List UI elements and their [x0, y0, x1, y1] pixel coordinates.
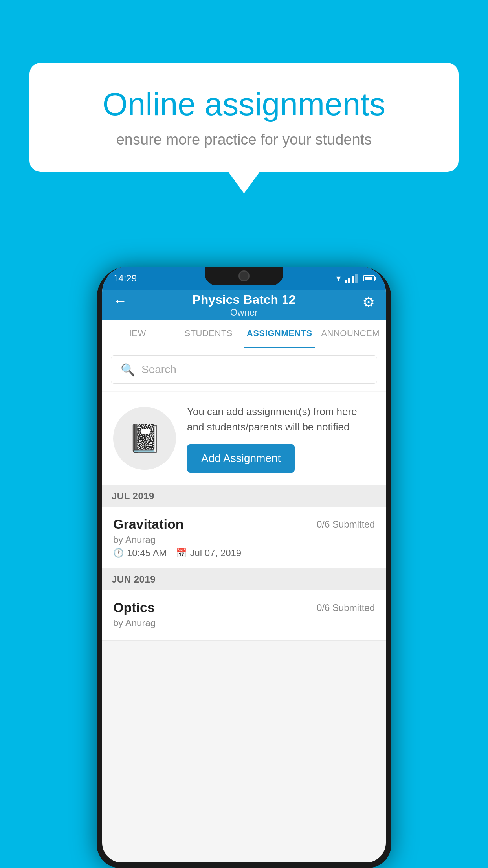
clock-icon: 🕐	[113, 548, 124, 558]
signal-bar-3	[352, 276, 354, 283]
bubble-tail	[228, 172, 260, 193]
signal-bars	[345, 274, 358, 283]
phone-notch	[205, 267, 283, 285]
promo-text-block: You can add assignment(s) from here and …	[187, 404, 375, 473]
assignment-item-optics[interactable]: Optics 0/6 Submitted by Anurag	[102, 590, 386, 641]
tab-announcements[interactable]: ANNOUNCEM	[315, 320, 386, 348]
bubble-subtitle: ensure more practice for your students	[61, 131, 427, 148]
assignment-by: by Anurag	[113, 534, 375, 545]
wifi-icon: ▾	[336, 273, 341, 283]
section-header-jul: JUL 2019	[102, 485, 386, 507]
assignment-meta: 🕐 10:45 AM 📅 Jul 07, 2019	[113, 548, 375, 559]
assignment-item-gravitation[interactable]: Gravitation 0/6 Submitted by Anurag 🕐 10…	[102, 507, 386, 568]
section-header-jun: JUN 2019	[102, 568, 386, 590]
phone-frame: 14:29 ▾ ← Physics Batch	[97, 267, 391, 868]
header-title-block: Physics Batch 12 Owner	[192, 292, 295, 318]
bubble-title: Online assignments	[61, 86, 427, 122]
front-camera	[238, 270, 250, 281]
assignment-time: 🕐 10:45 AM	[113, 548, 167, 559]
assignment-name: Gravitation	[113, 517, 183, 532]
promo-icon-circle: 📓	[113, 407, 176, 470]
assignment-submitted: 0/6 Submitted	[317, 519, 375, 530]
assignment-submitted-optics: 0/6 Submitted	[317, 602, 375, 613]
back-button[interactable]: ←	[113, 292, 127, 309]
search-bar-container: 🔍 Search	[102, 348, 386, 391]
tab-iew[interactable]: IEW	[102, 320, 173, 348]
search-bar[interactable]: 🔍 Search	[111, 355, 377, 384]
header-title: Physics Batch 12	[192, 292, 295, 307]
promo-block: 📓 You can add assignment(s) from here an…	[102, 392, 386, 485]
speech-bubble-container: Online assignments ensure more practice …	[29, 63, 459, 193]
signal-bar-1	[345, 280, 347, 283]
assignment-row1-optics: Optics 0/6 Submitted	[113, 600, 375, 615]
status-time: 14:29	[113, 273, 137, 284]
assignment-by-optics: by Anurag	[113, 618, 375, 629]
battery-fill	[365, 277, 372, 280]
tabs-bar: IEW STUDENTS ASSIGNMENTS ANNOUNCEM	[102, 320, 386, 348]
status-icons: ▾	[336, 273, 375, 283]
search-placeholder: Search	[141, 363, 176, 376]
speech-bubble: Online assignments ensure more practice …	[29, 63, 459, 172]
tab-students[interactable]: STUDENTS	[173, 320, 244, 348]
signal-bar-4	[355, 274, 358, 283]
phone-screen: 14:29 ▾ ← Physics Batch	[102, 267, 386, 862]
tab-assignments[interactable]: ASSIGNMENTS	[244, 320, 315, 348]
battery-icon	[363, 275, 375, 281]
calendar-icon: 📅	[176, 548, 187, 558]
assignment-date: 📅 Jul 07, 2019	[176, 548, 241, 559]
assignment-illustration-icon: 📓	[128, 422, 162, 454]
promo-description: You can add assignment(s) from here and …	[187, 404, 375, 435]
add-assignment-button[interactable]: Add Assignment	[187, 444, 295, 473]
assignment-name-optics: Optics	[113, 600, 155, 615]
search-icon: 🔍	[121, 363, 135, 377]
signal-bar-2	[348, 278, 350, 283]
header-subtitle: Owner	[192, 307, 295, 318]
assignment-row1: Gravitation 0/6 Submitted	[113, 517, 375, 532]
settings-icon[interactable]: ⚙	[362, 294, 375, 311]
